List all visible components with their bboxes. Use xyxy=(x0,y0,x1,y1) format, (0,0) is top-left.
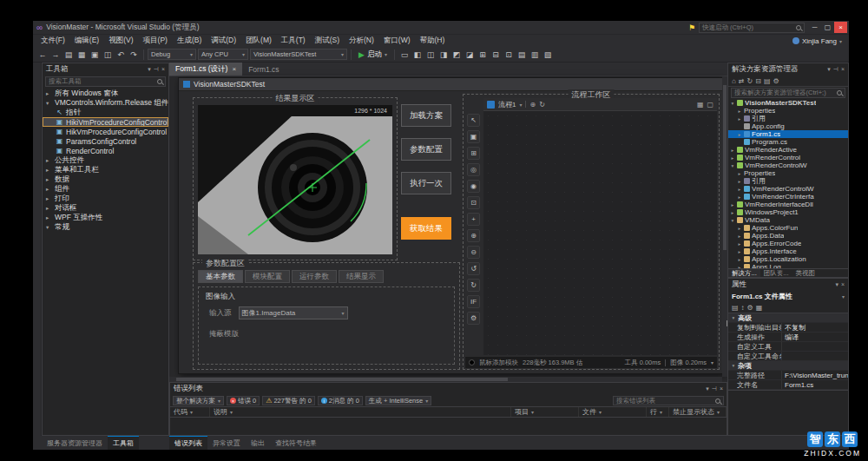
collapse-all-icon[interactable]: ⊟ xyxy=(755,77,761,85)
tree-item[interactable]: ▸Apps.ColorFun xyxy=(728,224,848,232)
solution-dock-tab[interactable]: 解决方... xyxy=(728,269,760,277)
menu-item[interactable]: 帮助(H) xyxy=(416,36,450,46)
property-row[interactable]: 生成操作编译 xyxy=(728,333,848,342)
document-tab[interactable]: Form1.cs (设计)× xyxy=(169,63,242,76)
dock-tab[interactable]: 错误列表 xyxy=(169,436,207,450)
toolbox-item[interactable]: ▣RenderControl xyxy=(43,146,168,155)
show-all-files-icon[interactable]: ▤ xyxy=(764,77,771,85)
properties-icon[interactable]: ⚙ xyxy=(773,77,779,85)
chevron-down-icon[interactable]: ▾ xyxy=(711,359,713,366)
tree-item[interactable]: ▸Properties xyxy=(728,169,848,177)
form-title-bar[interactable]: VisionMasterSDKTest xyxy=(179,78,722,91)
layer-back-icon[interactable]: ▥ xyxy=(529,49,541,61)
load-solution-button[interactable]: 加载方案 xyxy=(401,104,451,127)
switch-views-icon[interactable]: ⇄ xyxy=(739,77,745,85)
align-right-icon[interactable]: ◨ xyxy=(437,49,450,61)
layout-grid-icon[interactable]: ▧ xyxy=(542,49,554,61)
home-icon[interactable]: ⌂ xyxy=(732,77,736,85)
property-category[interactable]: ▾杂项 xyxy=(728,361,848,371)
tab-close-icon[interactable]: × xyxy=(232,65,236,73)
categorized-icon[interactable]: ▤ xyxy=(732,304,739,312)
error-list-search-input[interactable]: 搜索错误列表 xyxy=(613,396,724,405)
property-row[interactable]: 自定义工具命名空间 xyxy=(728,352,848,361)
error-list-column-header[interactable]: 文件▾ xyxy=(579,407,647,417)
error-list-column-header[interactable]: 禁止显示状态▾ xyxy=(669,407,727,417)
window-position-icon[interactable]: ▾ xyxy=(706,385,709,392)
error-list-header[interactable]: 错误列表 ▾ ⊣ × xyxy=(170,383,727,395)
close-icon[interactable]: × xyxy=(841,281,845,288)
warnings-toggle[interactable]: ⚠ 227警告 的 0 xyxy=(262,396,315,405)
toolbox-group[interactable]: ▸打印 xyxy=(43,194,168,203)
module-grid-icon[interactable]: ⊞ xyxy=(467,147,480,160)
refresh-icon[interactable]: ↻ xyxy=(747,77,753,85)
circle-find-icon[interactable]: ◉ xyxy=(467,180,480,193)
start-debug-button[interactable]: ▶ 启动 ▾ xyxy=(355,49,391,61)
camera-capture-icon[interactable]: ▣ xyxy=(467,130,480,143)
menu-item[interactable]: 项目(P) xyxy=(139,36,172,46)
toolbox-group[interactable]: ▸数据 xyxy=(43,175,168,184)
zoom-out-icon[interactable]: ⊖ xyxy=(467,246,480,259)
close-icon[interactable]: × xyxy=(841,66,845,73)
error-list-column-header[interactable]: 项目▾ xyxy=(511,407,579,417)
close-icon[interactable]: × xyxy=(720,385,723,392)
tree-item[interactable]: ▸Apps.Localization xyxy=(728,255,848,263)
param-tab[interactable]: 运行参数 xyxy=(292,270,337,283)
menu-item[interactable]: 测试(S) xyxy=(311,36,344,46)
platform-select[interactable]: Any CPU▾ xyxy=(198,49,248,60)
nav-forward-icon[interactable]: → xyxy=(49,49,62,61)
input-source-select[interactable]: 图像1.ImageData ▾ xyxy=(239,306,348,319)
tree-item[interactable]: ▾VisionMasterSDKTest xyxy=(728,99,848,107)
select-pointer-icon[interactable]: ↖ xyxy=(467,114,480,127)
document-tab[interactable]: Form1.cs xyxy=(242,63,285,76)
tree-item[interactable]: ▾VMData xyxy=(728,216,848,224)
param-tab[interactable]: 模块配置 xyxy=(245,270,290,283)
solution-dock-tab[interactable]: 团队资... xyxy=(760,269,792,277)
position-fix-icon[interactable]: ◎ xyxy=(467,163,480,176)
param-config-button[interactable]: 参数配置 xyxy=(401,138,451,161)
horizontal-spacing-icon[interactable]: ⊟ xyxy=(490,49,502,61)
toolbox-item[interactable]: ↖指针 xyxy=(43,108,168,117)
toolbox-group[interactable]: ▸组件 xyxy=(43,184,168,194)
tree-item[interactable]: ▸引用 xyxy=(728,177,848,185)
layer-front-icon[interactable]: ▤ xyxy=(516,49,528,61)
property-pages-icon[interactable]: ⚙ xyxy=(747,304,753,312)
tree-item[interactable]: ▸Properties xyxy=(728,107,848,115)
menu-item[interactable]: 生成(B) xyxy=(173,36,206,46)
dock-tab[interactable]: 输出 xyxy=(246,436,270,450)
menu-item[interactable]: 工具(T) xyxy=(277,36,310,46)
toolbox-group[interactable]: ▸菜单和工具栏 xyxy=(43,165,168,175)
toolbox-group[interactable]: ▸公共控件 xyxy=(43,155,168,165)
dock-tab[interactable]: 查找符号结果 xyxy=(270,436,322,450)
minimize-button[interactable]: ─ xyxy=(808,22,821,33)
error-list-body[interactable] xyxy=(170,418,727,435)
param-tab[interactable]: 结果显示 xyxy=(339,270,384,283)
tree-item[interactable]: ▸Apps.Interface xyxy=(728,247,848,255)
vertical-spacing-icon[interactable]: ⊡ xyxy=(503,49,515,61)
move-icon[interactable]: + xyxy=(467,213,480,226)
alphabetical-icon[interactable]: ↕ xyxy=(741,304,745,312)
account-area[interactable]: Xinjia Fang ▾ xyxy=(792,37,849,45)
menu-item[interactable]: 编辑(E) xyxy=(70,36,103,46)
toolbox-header[interactable]: 工具箱 ▾ ⊣ × xyxy=(43,63,168,76)
align-left-icon[interactable]: ◧ xyxy=(411,49,424,61)
error-list-column-header[interactable]: 说明▾ xyxy=(210,407,511,417)
window-position-icon[interactable]: ▾ xyxy=(835,281,838,288)
solution-dock-tab[interactable]: 类视图 xyxy=(792,269,819,277)
close-button[interactable]: × xyxy=(834,22,847,33)
toolbox-group[interactable]: ▸WPF 互操作性 xyxy=(43,213,168,222)
tree-item[interactable]: ▸VmRenderControl xyxy=(728,154,848,161)
settings-icon[interactable]: ⚙ xyxy=(467,312,480,325)
property-row[interactable]: 文件名Form1.cs xyxy=(728,380,848,390)
messages-toggle[interactable]: i 2消息 的 0 xyxy=(318,396,363,405)
auto-hide-pin-icon[interactable]: ⊣ xyxy=(712,385,717,392)
layout-icon[interactable]: ▦ xyxy=(697,101,704,109)
events-icon[interactable]: ▦ xyxy=(756,304,763,312)
maximize-button[interactable]: ▢ xyxy=(821,22,834,33)
save-all-icon[interactable]: ◫ xyxy=(102,49,114,61)
solution-explorer-header[interactable]: 解决方案资源管理器 ▾ ⊣ × xyxy=(728,63,848,76)
zoom-in-icon[interactable]: ⊕ xyxy=(467,229,480,242)
dock-tab[interactable]: 异常设置 xyxy=(207,436,246,450)
menu-item[interactable]: 团队(M) xyxy=(241,36,276,46)
scope-filter-select[interactable]: 整个解决方案▾ xyxy=(173,396,224,405)
solution-search-input[interactable]: 搜索解决方案资源管理器(Ctrl+;) xyxy=(731,88,845,98)
